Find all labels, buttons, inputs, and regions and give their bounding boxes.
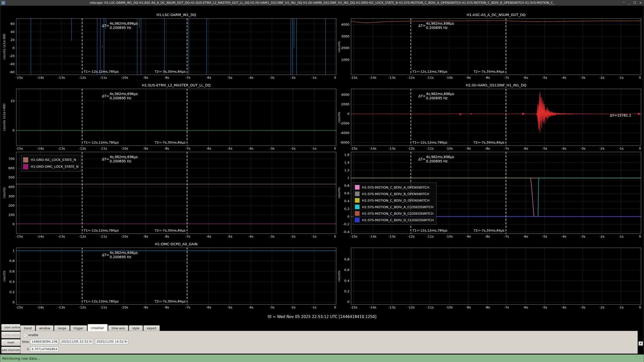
x-tick: -2s bbox=[595, 147, 609, 150]
x-tick: -13s bbox=[385, 235, 398, 238]
plot-canvas[interactable] bbox=[351, 248, 641, 305]
y-tick: 2000 bbox=[339, 46, 349, 50]
x-tick: -15s bbox=[13, 76, 26, 79]
y-axis-unit-label: counts bbox=[337, 89, 341, 146]
plot-canvas[interactable]: T1=-12s,12ms,780µsT2=-7s,30ms,84µsΔT=4s,… bbox=[351, 18, 641, 75]
plot-title: H1:ISI-HAM1_GS13INF_H1_IN1_DQ bbox=[351, 83, 641, 87]
ndscope-window: ndscope: H1:LSC-DARM_IN1_DQ H1:ASC-AS_A_… bbox=[0, 0, 644, 362]
status-text: Retrieving raw data... bbox=[2, 356, 40, 360]
maximize-icon[interactable]: ❒ bbox=[633, 0, 636, 6]
legend-item: H1:GRD-ISC_LOCK_STATE_N bbox=[23, 156, 78, 163]
plot-canvas[interactable]: T1=-12s,12ms,780µsT2=-7s,30ms,84µsΔT=4s,… bbox=[351, 152, 641, 234]
plot-empty: counts0.80.60.40.20-15s-14s-13s-12s-11s-… bbox=[338, 239, 643, 312]
plot-canvas[interactable]: T1=-12s,12ms,780µsT2=-7s,30ms,84µsΔT=4s,… bbox=[351, 89, 641, 146]
y-tick: 1.4 bbox=[339, 161, 349, 164]
x-tick: -8s bbox=[160, 76, 173, 79]
x-tick: -7s bbox=[500, 147, 513, 150]
legend[interactable]: H1:GRD-ISC_LOCK_STATE_NH1:GRD-OMC_LOCK_S… bbox=[21, 155, 81, 171]
delta-t-annotation: ΔT=4s,982ms,696µs0.200695 Hz bbox=[102, 21, 138, 30]
plot-asc-as: H1:ASC-AS_A_DC_NSUM_OUT_DQcountsT1=-12s,… bbox=[338, 6, 643, 80]
x-tick: -9s bbox=[462, 235, 475, 238]
x-tick: -1s bbox=[307, 147, 320, 150]
dt-duration: 4s,982ms,696µs bbox=[110, 92, 138, 96]
plot-grid: H1:LSC-DARM_IN1_DQcounts (x1e-09)T1=-12s… bbox=[2, 6, 643, 312]
delta-y-annotation: ΔY=15781.1 bbox=[586, 113, 631, 117]
y-tick: 0.4 bbox=[339, 279, 349, 283]
reset-button[interactable]: reset bbox=[1, 339, 20, 346]
start-online-button[interactable]: ▷start online bbox=[1, 324, 20, 331]
tab-window[interactable]: window bbox=[36, 325, 54, 331]
plot-isi-ham1: H1:ISI-HAM1_GS13INF_H1_IN1_DQcountsT1=-1… bbox=[338, 80, 643, 150]
legend-label: H1:SYS-MOTION_C_BDIV_B_CLOSEDSWITCH bbox=[362, 212, 433, 215]
t1-cursor-label: T1=-12s,12ms,780µs bbox=[84, 141, 119, 144]
plot-canvas[interactable]: T1=-12s,12ms,780µsT2=-7s,30ms,84µsΔT=4s,… bbox=[16, 18, 336, 75]
y-tick: 2000 bbox=[339, 102, 349, 106]
y-tick: 20 bbox=[5, 38, 15, 42]
legend[interactable]: H1:SYS-MOTION_C_BDIV_A_OPENSWITCHH1:SYS-… bbox=[353, 183, 436, 225]
x-tick: -13s bbox=[385, 76, 398, 79]
plot-canvas[interactable]: T1=-12s,12ms,780µsT2=-7s,30ms,84µsΔT=4s,… bbox=[16, 248, 336, 305]
tab-export[interactable]: export bbox=[143, 325, 160, 331]
time-local-input[interactable] bbox=[95, 339, 128, 344]
legend-label: H1:SYS-MOTION_C_BDIV_D_OPENSWITCH bbox=[362, 199, 429, 202]
x-tick: -5s bbox=[223, 305, 236, 309]
tab-time-axis[interactable]: time axis bbox=[108, 325, 129, 331]
close-icon[interactable]: ✕ bbox=[639, 0, 642, 6]
x-tick: -7s bbox=[500, 235, 513, 238]
y-tick: 1 bbox=[339, 176, 349, 180]
x-tick: -10s bbox=[443, 235, 456, 238]
status-bar: Retrieving raw data... bbox=[0, 354, 644, 362]
tab-trigger[interactable]: trigger bbox=[70, 325, 87, 331]
stop-online-button[interactable]: ▫stop online bbox=[1, 332, 20, 338]
x-tick: -1s bbox=[615, 235, 628, 238]
y-tick: 0.4 bbox=[5, 280, 15, 284]
y-tick: 300 bbox=[5, 194, 15, 198]
y-tick: 0.2 bbox=[339, 207, 349, 211]
time-gps-input[interactable] bbox=[30, 339, 59, 344]
button-column: ▷start online▫stop onlineresetadd channe… bbox=[1, 324, 20, 353]
stop-online-label: stop online bbox=[5, 333, 20, 337]
x-tick: -11s bbox=[424, 76, 437, 79]
x-tick: -7s bbox=[181, 305, 194, 309]
y-tick: -20 bbox=[5, 54, 15, 58]
y-tick: 100 bbox=[5, 213, 15, 217]
x-tick: -3s bbox=[576, 76, 589, 79]
x-tick: -10s bbox=[443, 147, 456, 150]
tab-bar: trendwindowrangetriggercrosshairtime axi… bbox=[20, 324, 160, 331]
plot-sus-etmx: H1:SUS-ETMX_L2_MASTER_OUT_LL_DQcounts (x… bbox=[2, 80, 338, 150]
y-value-input[interactable] bbox=[30, 347, 59, 352]
add-channels-button[interactable]: add channels bbox=[1, 347, 20, 353]
y-tick: 3000 bbox=[339, 34, 349, 38]
legend-item: H1:SYS-MOTION_C_BDIV_B_CLOSEDSWITCH bbox=[355, 210, 434, 217]
time-utc-input[interactable] bbox=[60, 339, 93, 344]
x-tick: -11s bbox=[97, 235, 110, 238]
minimize-icon[interactable]: _ bbox=[628, 0, 630, 6]
tab-trend[interactable]: trend bbox=[20, 325, 35, 331]
x-tick: -6s bbox=[519, 76, 532, 79]
x-tick: -14s bbox=[34, 235, 47, 238]
delta-t-annotation: ΔT=4s,982ms,696µs0.200695 Hz bbox=[418, 155, 454, 163]
plot-title: H1:LSC-DARM_IN1_DQ bbox=[16, 13, 336, 17]
plot-canvas[interactable]: T1=-12s,12ms,780µsT2=-7s,30ms,84µsΔT=4s,… bbox=[16, 152, 336, 234]
tab-range[interactable]: range bbox=[54, 325, 69, 331]
y-tick: 0.2 bbox=[339, 289, 349, 293]
y-tick: -6000 bbox=[339, 141, 349, 144]
legend-swatch bbox=[355, 211, 360, 216]
panel-scroll-down-icon[interactable]: ▼ bbox=[638, 341, 643, 346]
plot-sys-motion: countsT1=-12s,12ms,780µsT2=-7s,30ms,84µs… bbox=[338, 150, 643, 239]
trace-H1:ISI-HAM1_GS13INF_H1_IN1_DQ bbox=[351, 92, 641, 133]
shade-icon[interactable]: ⌃ bbox=[623, 0, 625, 6]
x-tick: -2s bbox=[287, 305, 300, 309]
y-tick: -60 bbox=[5, 70, 15, 74]
x-tick: -1s bbox=[615, 147, 628, 150]
t1-cursor-label: T1=-12s,12ms,780µs bbox=[84, 299, 119, 303]
x-tick: -1s bbox=[307, 305, 320, 309]
x-tick: -4s bbox=[244, 147, 257, 150]
x-tick: -4s bbox=[557, 235, 570, 238]
tab-style[interactable]: style bbox=[129, 325, 143, 331]
x-tick: -14s bbox=[34, 147, 47, 150]
dt-duration: 4s,982ms,696µs bbox=[110, 155, 138, 159]
enable-checkbox[interactable]: ✓ bbox=[23, 333, 27, 337]
plot-canvas[interactable]: T1=-12s,12ms,780µsT2=-7s,30ms,84µsΔT=4s,… bbox=[16, 89, 336, 146]
tab-crosshair[interactable]: crosshair bbox=[88, 324, 108, 331]
